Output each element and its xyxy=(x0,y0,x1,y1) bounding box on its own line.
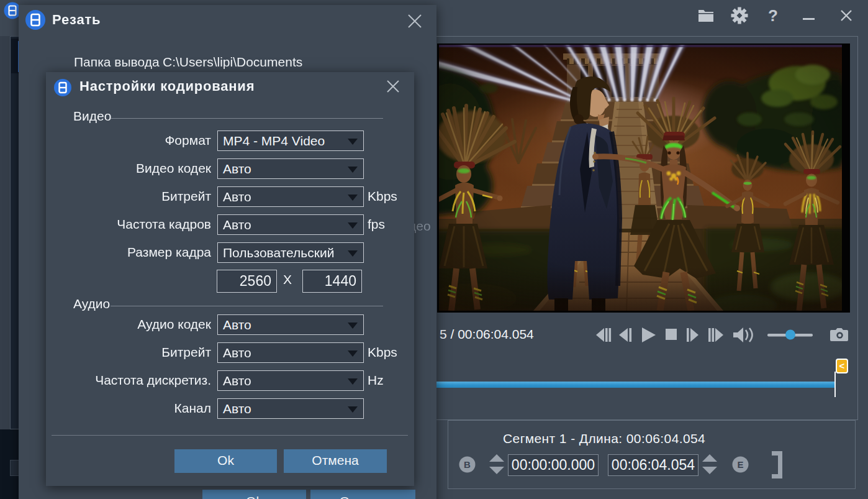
svg-text:B: B xyxy=(464,459,471,470)
svg-text:E: E xyxy=(737,459,743,470)
